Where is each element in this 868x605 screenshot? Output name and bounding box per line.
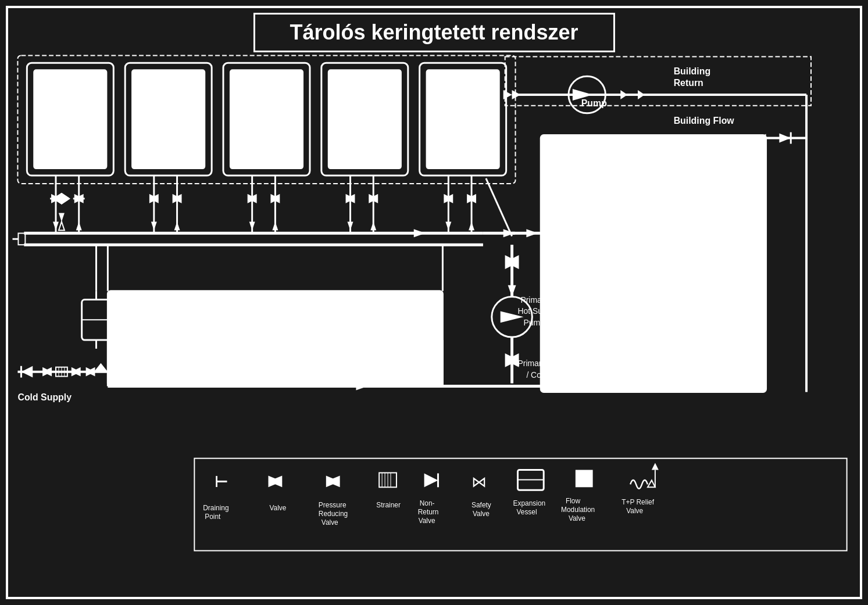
main-container: Tárolós keringtetett rendszer (0, 0, 868, 605)
svg-line-61 (486, 178, 512, 236)
svg-rect-162 (576, 470, 593, 488)
svg-text:Safety: Safety (471, 501, 491, 509)
svg-text:Return: Return (418, 508, 439, 516)
svg-text:Primary Return: Primary Return (518, 359, 572, 368)
svg-marker-60 (469, 221, 474, 230)
title-bar: Tárolós keringtetett rendszer (253, 13, 615, 52)
svg-marker-20 (59, 221, 65, 230)
svg-marker-106 (512, 90, 521, 99)
svg-text:Pump: Pump (523, 318, 545, 327)
svg-text:Draining: Draining (203, 504, 228, 512)
svg-rect-65 (18, 233, 25, 245)
svg-marker-108 (638, 90, 645, 99)
svg-text:Modulation: Modulation (561, 506, 595, 514)
svg-marker-52 (370, 221, 376, 230)
svg-marker-75 (21, 366, 33, 378)
svg-text:Non-: Non- (420, 499, 435, 507)
svg-text:Hot Supply: Hot Supply (518, 306, 558, 316)
svg-text:T+P Relief: T+P Relief (621, 498, 654, 506)
svg-marker-107 (620, 90, 627, 99)
svg-marker-44 (272, 221, 278, 230)
svg-text:Primary: Primary (520, 295, 548, 305)
svg-marker-111 (779, 134, 791, 143)
svg-rect-102 (505, 56, 811, 105)
svg-text:Flow: Flow (566, 497, 581, 505)
diagram-border: Tárolós keringtetett rendszer (6, 6, 862, 599)
svg-marker-63 (414, 229, 426, 237)
svg-text:Valve: Valve (473, 510, 490, 518)
svg-text:Cold Supply: Cold Supply (17, 392, 72, 402)
svg-rect-7 (132, 70, 205, 169)
svg-text:Reducing: Reducing (319, 510, 348, 518)
svg-text:Valve: Valve (322, 518, 338, 527)
svg-text:Point: Point (205, 513, 221, 521)
svg-text:Expansion: Expansion (513, 499, 546, 507)
svg-text:Return: Return (674, 78, 703, 88)
svg-text:Valve: Valve (626, 507, 643, 515)
svg-text:Valve: Valve (419, 517, 435, 525)
svg-rect-67 (108, 291, 442, 386)
svg-marker-36 (174, 221, 180, 230)
svg-marker-98 (508, 285, 516, 297)
svg-text:Building Flow: Building Flow (674, 116, 735, 126)
svg-rect-99 (541, 135, 766, 392)
svg-rect-5 (34, 70, 106, 169)
svg-text:⊢: ⊢ (215, 474, 228, 490)
svg-marker-105 (503, 90, 512, 99)
svg-marker-59 (445, 221, 451, 230)
svg-text:Valve: Valve (569, 514, 585, 522)
svg-text:Valve: Valve (269, 504, 286, 512)
svg-marker-43 (249, 221, 255, 230)
svg-rect-9 (230, 70, 303, 169)
svg-marker-87 (94, 363, 108, 372)
svg-text:⋈: ⋈ (471, 474, 487, 490)
svg-marker-27 (53, 221, 59, 230)
svg-marker-28 (76, 221, 82, 230)
svg-marker-35 (151, 221, 157, 230)
svg-text:Pressure: Pressure (319, 501, 347, 509)
svg-text:/ Cold Fill: / Cold Fill (526, 370, 560, 380)
svg-text:Building: Building (674, 66, 711, 76)
svg-rect-11 (328, 70, 401, 169)
svg-text:Strainer: Strainer (376, 501, 401, 509)
svg-marker-115 (526, 229, 538, 237)
svg-rect-13 (427, 70, 499, 169)
svg-marker-51 (348, 221, 353, 230)
diagram-svg: Cold Supply Primary Hot Supply Pump Prim… (8, 8, 860, 597)
svg-text:Pump: Pump (581, 98, 607, 108)
svg-text:Vessel: Vessel (517, 508, 537, 516)
title: Tárolós keringtetett rendszer (290, 20, 578, 44)
